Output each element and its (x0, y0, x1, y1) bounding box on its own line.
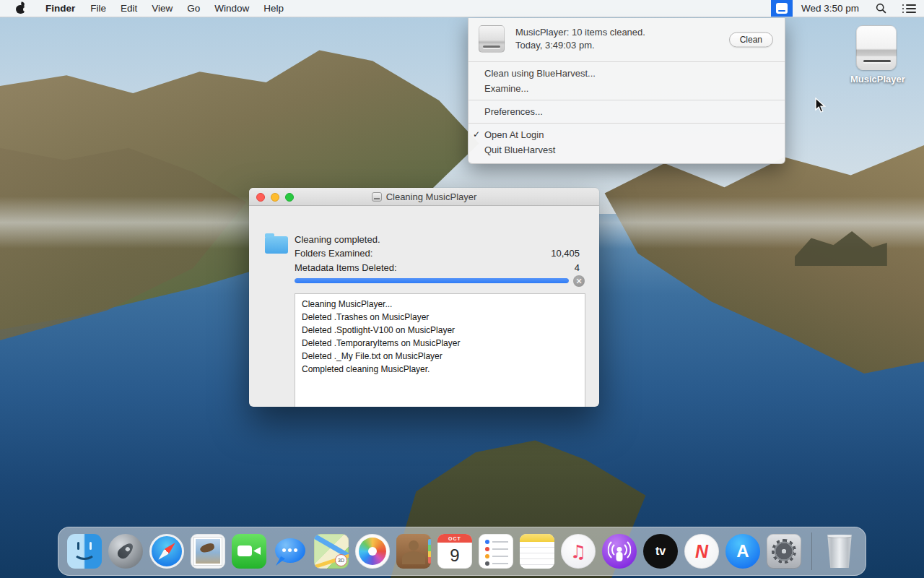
dock-icon-calendar[interactable]: OCT 9 (437, 534, 472, 569)
dock-icon-safari[interactable] (149, 534, 184, 569)
menu-item-open-at-login[interactable]: ✓ Open At Login (468, 127, 785, 142)
blueharvest-menu-extra[interactable] (771, 0, 793, 17)
dock-icon-facetime[interactable] (232, 534, 266, 569)
dock-icon-contacts[interactable] (396, 534, 431, 569)
clean-button[interactable]: Clean (729, 33, 773, 48)
music-note-icon: ♫ (570, 541, 586, 562)
cleaning-log: Cleaning MusicPlayer... Deleted .Trashes… (295, 293, 585, 407)
dock-icon-mail[interactable] (191, 534, 225, 569)
spotlight-search-icon[interactable] (868, 0, 894, 17)
cancel-progress-button[interactable]: ✕ (573, 275, 585, 287)
log-line: Deleted .Trashes on MusicPlayer (302, 311, 578, 324)
menu-item-edit[interactable]: Edit (113, 0, 144, 17)
calendar-day: 9 (437, 543, 472, 569)
menu-item-window[interactable]: Window (207, 0, 256, 17)
log-line: Deleted .Spotlight-V100 on MusicPlayer (302, 324, 578, 337)
cleaning-window: Cleaning MusicPlayer Cleaning completed.… (249, 188, 599, 407)
stat-metadata-deleted: Metadata Items Deleted: 4 (295, 262, 580, 273)
dock-icon-podcasts[interactable] (602, 534, 637, 569)
dock-icon-launchpad[interactable] (108, 534, 143, 569)
video-camera-icon (237, 545, 252, 556)
stat-label: Metadata Items Deleted: (295, 262, 397, 273)
menu-bar-clock[interactable]: Wed 3:50 pm (793, 3, 868, 14)
dock-icon-music[interactable]: ♫ (561, 534, 596, 569)
menu-bar-left: Finder File Edit View Go Window Help (0, 0, 291, 17)
log-line: Completed cleaning MusicPlayer. (302, 363, 578, 376)
window-title: Cleaning MusicPlayer (372, 191, 477, 202)
stat-value: 4 (575, 262, 580, 273)
tv-label: tv (655, 545, 666, 558)
menu-item-finder[interactable]: Finder (38, 0, 83, 17)
stamp-icon (194, 538, 222, 565)
menu-bar: Finder File Edit View Go Window Help Wed… (0, 0, 924, 17)
log-line: Deleted ._My File.txt on MusicPlayer (302, 350, 578, 363)
dropdown-group-preferences: Preferences... (468, 100, 785, 124)
rocket-icon (116, 540, 136, 561)
progress-bar (295, 278, 569, 283)
maps-3d-badge: 3D (335, 554, 347, 566)
minimize-button[interactable] (271, 193, 279, 202)
notification-center-icon[interactable] (894, 0, 924, 17)
log-line: Deleted .TemporaryItems on MusicPlayer (302, 337, 578, 350)
status-title: MusicPlayer: 10 items cleaned. (515, 26, 645, 39)
dock-icon-news[interactable]: N (684, 534, 719, 569)
status-time: Today, 3:49:03 pm. (515, 39, 645, 52)
dock-icon-reminders[interactable] (479, 534, 513, 569)
dock-icon-notes[interactable] (520, 534, 554, 569)
person-silhouette-icon (409, 540, 419, 551)
dock: 3D OCT 9 ♫ tv N A (58, 527, 866, 576)
window-titlebar[interactable]: Cleaning MusicPlayer (249, 188, 599, 206)
window-controls (256, 193, 294, 202)
dock-icon-finder[interactable] (67, 534, 102, 569)
dock-separator (811, 532, 812, 570)
menu-bar-right: Wed 3:50 pm (771, 0, 924, 17)
apple-menu-icon[interactable] (15, 2, 26, 14)
drive-icon (776, 3, 788, 14)
dock-icon-trash[interactable] (822, 534, 857, 569)
menu-item-file[interactable]: File (83, 0, 113, 17)
news-letter: N (695, 541, 708, 562)
drive-icon (479, 25, 505, 53)
dock-icon-app-store[interactable]: A (725, 534, 760, 569)
log-line: Cleaning MusicPlayer... (302, 298, 578, 311)
blueharvest-dropdown-menu: MusicPlayer: 10 items cleaned. Today, 3:… (468, 18, 785, 164)
mouse-cursor (814, 98, 829, 116)
close-button[interactable] (256, 193, 265, 202)
appstore-letter: A (736, 541, 749, 561)
menu-item-examine[interactable]: Examine... (468, 81, 785, 96)
speech-bubble-icon (275, 538, 305, 563)
zoom-button[interactable] (285, 193, 294, 202)
menu-item-quit-blueharvest[interactable]: Quit BlueHarvest (468, 142, 785, 158)
compass-needle-icon (156, 540, 178, 562)
dropdown-status-row: MusicPlayer: 10 items cleaned. Today, 3:… (468, 18, 785, 62)
drive-icon (372, 192, 382, 202)
window-body: Cleaning completed. Folders Examined: 10… (249, 206, 599, 407)
stat-folders-examined: Folders Examined: 10,405 (295, 248, 580, 259)
progress-fill (295, 278, 569, 283)
volume-label: MusicPlayer (850, 74, 902, 85)
desktop-volume-musicplayer[interactable]: MusicPlayer (850, 25, 902, 85)
dock-icon-apple-tv[interactable]: tv (643, 534, 678, 569)
stat-label: Folders Examined: (295, 248, 372, 259)
menu-item-view[interactable]: View (144, 0, 180, 17)
dock-icon-photos[interactable] (355, 534, 390, 569)
calendar-month: OCT (437, 534, 472, 543)
dock-icon-system-preferences[interactable] (767, 534, 801, 569)
menu-item-help[interactable]: Help (256, 0, 291, 17)
menu-item-preferences[interactable]: Preferences... (468, 104, 785, 119)
folder-icon (265, 236, 288, 254)
external-drive-icon (856, 25, 897, 70)
cleaning-status-text: Cleaning completed. (295, 234, 380, 245)
dock-icon-messages[interactable] (273, 534, 308, 569)
dropdown-group-app: ✓ Open At Login Quit BlueHarvest (468, 124, 785, 163)
dropdown-group-actions: Clean using BlueHarvest... Examine... (468, 62, 785, 100)
menu-item-clean-using-blueharvest[interactable]: Clean using BlueHarvest... (468, 66, 785, 81)
checkmark-icon: ✓ (473, 129, 480, 141)
pinwheel-icon (359, 538, 386, 565)
stat-value: 10,405 (551, 248, 580, 259)
dock-icon-maps[interactable]: 3D (314, 534, 349, 569)
trash-icon (825, 535, 854, 568)
menu-item-go[interactable]: Go (180, 0, 207, 17)
